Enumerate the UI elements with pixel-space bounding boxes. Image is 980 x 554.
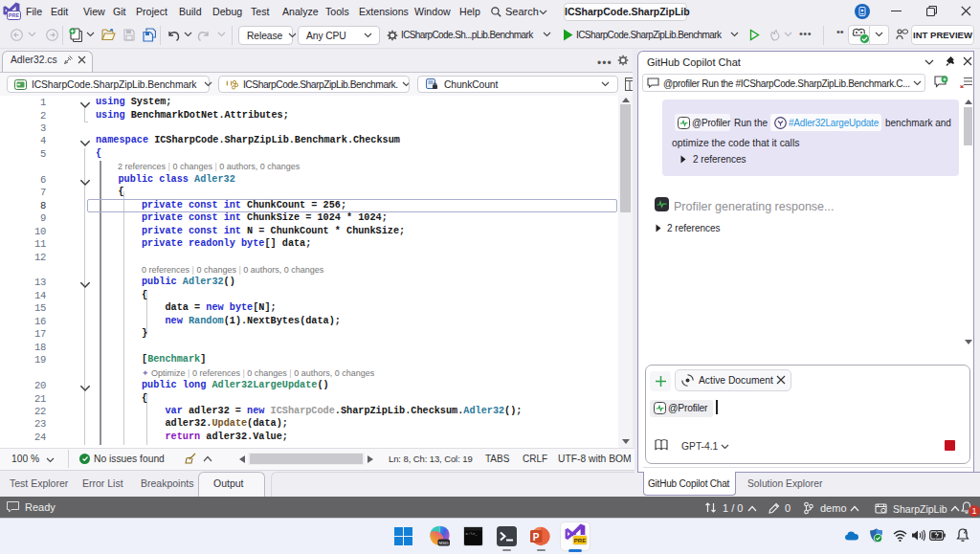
svg-text:PRE: PRE — [9, 12, 20, 18]
svg-text:P: P — [533, 532, 540, 543]
svg-text:PRE: PRE — [574, 538, 586, 543]
svg-text:M365: M365 — [439, 541, 450, 545]
svg-text:C:\>_: C:\>_ — [466, 532, 479, 536]
